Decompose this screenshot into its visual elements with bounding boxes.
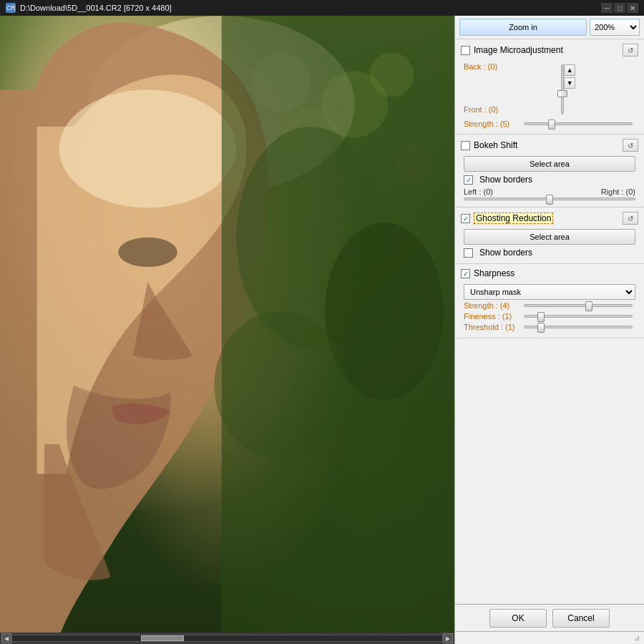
ghosting-show-borders-label: Show borders [479,248,532,258]
sharpness-threshold-label: Threshold : (1) [464,323,521,331]
app-icon: CR [6,3,16,13]
bokeh-checkbox[interactable] [461,141,470,150]
sharpness-threshold-track[interactable] [524,326,633,328]
maximize-button[interactable]: □ [614,3,625,13]
sharpness-threshold-thumb[interactable] [537,323,545,333]
bokeh-show-borders-checkbox[interactable] [464,175,473,185]
image-micro-header: Image Microadjustment ↺ [461,44,638,57]
title-bar: CR D:\Download\5D__0014.CR2 [6720 x 4480… [0,0,644,16]
bokeh-right-label: Right : (0) [601,187,635,196]
right-panel-wrapper: Zoom in 200% 50% 100% 150% 300% 400% [454,16,644,644]
bokeh-shift-section: Bokeh Shift ↺ Select area Show borders L… [455,135,644,208]
sharpness-fineness-row: Fineness : (1) [461,312,638,321]
bokeh-lr-track[interactable] [464,197,635,200]
image-panel: ◀ ▶ [0,16,454,644]
cancel-button[interactable]: Cancel [552,609,610,628]
ghosting-select-area-button[interactable]: Select area [464,229,635,245]
svg-point-6 [59,89,237,208]
resize-grip[interactable]: ⊿ [633,634,641,643]
panel-scroll-area[interactable]: Image Microadjustment ↺ Back : (0) Front… [455,39,644,604]
bokeh-left-label: Left : (0) [464,187,493,196]
back-front-controls: Back : (0) Front : (0) [461,61,638,118]
front-label: Front : (0) [464,105,498,114]
sharpness-strength-thumb[interactable] [585,301,592,311]
bokeh-reset-button[interactable]: ↺ [623,139,638,152]
right-panel: Zoom in 200% 50% 100% 150% 300% 400% [454,16,644,644]
bokeh-slider-row [461,197,638,200]
vertical-slider-area: ▲ ▼ [501,61,635,118]
bokeh-show-borders-label: Show borders [479,175,532,185]
bokeh-header: Bokeh Shift ↺ [461,139,638,152]
status-bar: ⊿ [455,631,644,644]
scroll-right-arrow[interactable]: ▶ [443,633,453,643]
bokeh-title: Bokeh Shift [474,140,517,150]
down-arrow-button[interactable]: ▼ [564,77,575,89]
ghosting-reset-button[interactable]: ↺ [623,212,638,225]
face-silhouette [0,16,454,633]
vertical-slider-track[interactable] [561,64,564,114]
sharpness-strength-row: Strength : (4) [461,301,638,310]
image-canvas[interactable] [0,16,454,633]
image-micro-title: Image Microadjustment [474,45,563,55]
back-label: Back : (0) [464,62,498,71]
status-right: ⊿ [633,634,641,643]
zoom-level-select[interactable]: 200% 50% 100% 150% 300% 400% [590,19,640,36]
sharpness-section: Sharpness Unsharp mask High pass Smart s… [455,264,644,338]
ghosting-header: Ghosting Reduction ↺ [461,212,638,225]
svg-point-7 [118,238,177,267]
micro-strength-row: Strength : (5) [461,118,638,130]
sharpness-threshold-row: Threshold : (1) [461,323,638,331]
image-micro-checkbox[interactable] [461,46,470,55]
sharpness-fineness-thumb[interactable] [537,312,545,322]
ghosting-show-borders-checkbox[interactable] [464,248,473,258]
ghosting-reduction-section: Ghosting Reduction ↺ Select area Show bo… [455,208,644,264]
micro-strength-thumb[interactable] [548,119,555,130]
ghosting-show-borders-row: Show borders [461,246,638,259]
horizontal-scrollbar[interactable]: ◀ ▶ [0,633,454,644]
sharpness-checkbox[interactable] [461,269,470,278]
zoom-in-button[interactable]: Zoom in [459,19,587,36]
svg-point-11 [214,311,347,459]
main-area: ◀ ▶ Zoom in 200% 50% 100% 150% 300 [0,16,644,644]
bokeh-lr-thumb[interactable] [546,195,553,205]
back-front-labels: Back : (0) Front : (0) [464,61,498,114]
image-microadjustment-section: Image Microadjustment ↺ Back : (0) Front… [455,39,644,135]
sharpness-header: Sharpness [461,268,638,278]
close-button[interactable]: ✕ [627,3,638,13]
window-title: D:\Download\5D__0014.CR2 [6720 x 4480] [20,4,601,12]
ghosting-title: Ghosting Reduction [474,213,553,224]
sharpness-method-select[interactable]: Unsharp mask High pass Smart sharpening [464,284,635,300]
vertical-slider-thumb[interactable] [557,90,567,97]
scroll-track-horizontal[interactable] [11,635,443,642]
zoom-bar: Zoom in 200% 50% 100% 150% 300% 400% [455,16,644,39]
window-controls: ─ □ ✕ [601,3,638,13]
bottom-bar: OK Cancel [455,604,644,631]
up-arrow-button[interactable]: ▲ [564,64,575,76]
micro-strength-track[interactable] [524,122,633,125]
sharpness-fineness-label: Fineness : (1) [464,312,521,321]
bokeh-select-area-button[interactable]: Select area [464,156,635,172]
scroll-thumb-horizontal[interactable] [141,635,184,641]
bokeh-show-borders-row: Show borders [461,173,638,186]
ghosting-checkbox[interactable] [461,214,470,223]
image-micro-reset-button[interactable]: ↺ [623,44,638,57]
scroll-left-arrow[interactable]: ◀ [1,633,11,643]
sharpness-strength-label: Strength : (4) [464,301,521,310]
sharpness-fineness-track[interactable] [524,315,633,318]
micro-strength-label: Strength : (5) [464,119,521,128]
minimize-button[interactable]: ─ [601,3,613,13]
sharpness-strength-track[interactable] [524,304,633,307]
sharpness-method-row: Unsharp mask High pass Smart sharpening [461,283,638,301]
sharpness-title: Sharpness [474,268,514,278]
ok-button[interactable]: OK [489,609,547,628]
